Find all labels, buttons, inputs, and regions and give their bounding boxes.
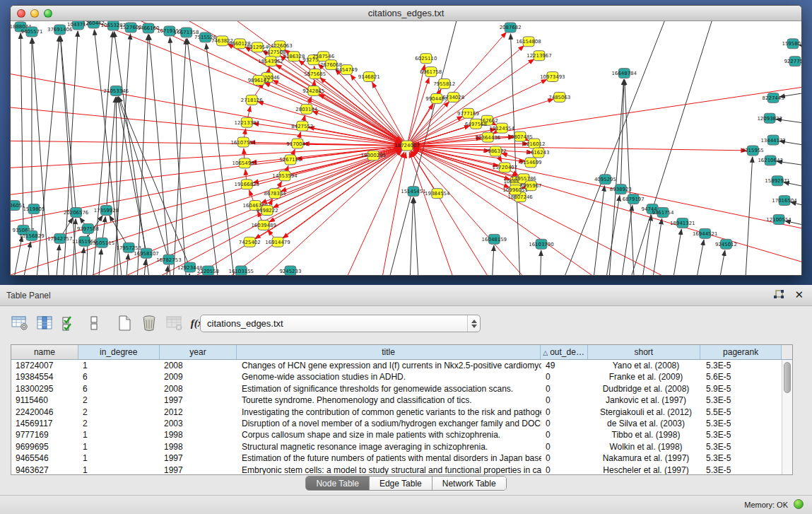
table-row[interactable]: 1456911722003Disruption of a novel membe… [11, 418, 792, 429]
graph-node[interactable]: 16103790 [529, 239, 553, 249]
column-header-out_de[interactable]: △out_de… [541, 345, 588, 359]
graph-node[interactable]: 12213383 [235, 117, 259, 127]
cell[interactable]: 1998 [160, 429, 237, 440]
graph-node[interactable]: 16914479 [265, 237, 290, 247]
graph-edge[interactable] [336, 152, 404, 275]
graph-node[interactable]: 9227754 [784, 57, 801, 66]
cell[interactable]: de Silva et al. (2003) [589, 418, 702, 429]
graph-node[interactable]: 9777169 [457, 108, 479, 118]
cell[interactable]: 1998 [160, 441, 237, 452]
cell[interactable]: 2009 [160, 371, 237, 382]
graph-edge[interactable] [589, 186, 605, 275]
cell[interactable]: Nakamura et al. (1997) [589, 452, 702, 464]
graph-edge[interactable] [413, 198, 419, 275]
graph-node[interactable]: 16944521 [693, 228, 717, 238]
graph-edge[interactable] [153, 21, 401, 142]
graph-node[interactable]: 16210643 [758, 156, 782, 165]
tab-edge-table[interactable]: Edge Table [370, 477, 433, 490]
graph-node[interactable]: 7425402 [239, 237, 261, 247]
graph-node[interactable]: 2087682 [500, 23, 522, 33]
graph-edge[interactable] [712, 250, 725, 275]
cell[interactable]: 0 [541, 371, 589, 382]
graph-node[interactable]: 16782753 [156, 255, 181, 264]
cell[interactable]: Structural magnetic resonance image aver… [237, 441, 541, 452]
graph-node[interactable]: 16154808 [516, 37, 541, 47]
graph-edge[interactable] [490, 245, 494, 275]
graph-node[interactable]: 12100554 [766, 214, 792, 224]
cell[interactable]: 22420046 [11, 407, 78, 418]
graph-node[interactable]: 8215955 [742, 146, 764, 156]
cell[interactable]: Genome-wide association studies in ADHD. [237, 371, 541, 382]
graph-edge[interactable] [688, 240, 704, 275]
graph-edge[interactable] [11, 105, 400, 145]
graph-node[interactable]: 8938923 [610, 185, 632, 194]
delete-table-icon[interactable] [164, 313, 184, 333]
graph-node[interactable]: 7955812 [433, 79, 455, 89]
cell[interactable]: 2 [78, 395, 160, 406]
vertical-scrollbar[interactable] [782, 360, 792, 474]
graph-edge[interactable] [96, 249, 101, 275]
graph-node[interactable]: 5675685 [304, 69, 326, 79]
table-column-icon[interactable] [35, 313, 54, 333]
network-graph-canvas[interactable]: 1872400789129541422606391275081854396281… [11, 21, 801, 275]
cell[interactable]: 5.3E-5 [702, 452, 783, 464]
graph-node[interactable]: 18941321 [670, 218, 695, 228]
cell[interactable]: Disruption of a novel member of a sodium… [237, 418, 541, 429]
table-row[interactable]: 977716911998Corpus callosum shape and si… [11, 429, 792, 440]
cell[interactable]: 18300295 [11, 383, 78, 395]
graph-edge[interactable] [414, 148, 801, 267]
network-view[interactable]: 1872400789129541422606391275081854396281… [11, 21, 801, 275]
cell[interactable]: 5.3E-5 [702, 429, 783, 440]
graph-edge[interactable] [407, 64, 425, 146]
graph-edge[interactable] [188, 274, 189, 275]
tab-network-table[interactable]: Network Table [433, 477, 506, 490]
graph-edge[interactable] [20, 33, 23, 230]
graph-edge[interactable] [511, 34, 522, 275]
cell[interactable]: 1 [78, 429, 160, 440]
network-window-titlebar[interactable]: citations_edges.txt [11, 6, 801, 21]
graph-node[interactable]: 2803144 [295, 104, 318, 114]
graph-edge[interactable] [119, 97, 190, 267]
cell[interactable]: Yano et al. (2008) [589, 360, 702, 371]
cell[interactable]: 5.6E-5 [702, 371, 783, 382]
table-selector-combobox[interactable]: citations_edges.txt [200, 315, 481, 332]
cell[interactable]: 2 [78, 418, 160, 429]
column-header-year[interactable]: year [160, 345, 237, 359]
graph-node[interactable]: 10973493 [540, 72, 565, 82]
cell[interactable]: 1997 [160, 395, 237, 406]
cell[interactable]: Investigating the contribution of common… [237, 407, 541, 418]
cell[interactable]: 1997 [160, 452, 237, 464]
cell[interactable]: Estimation of significance thresholds fo… [237, 383, 541, 395]
graph-edge[interactable] [258, 102, 407, 146]
graph-node[interactable]: 6879197 [623, 194, 645, 204]
cell[interactable]: 2012 [160, 407, 237, 418]
cell[interactable]: 0 [541, 383, 589, 395]
cell[interactable]: Corpus callosum shape and size in male p… [237, 429, 541, 440]
scrollbar-thumb[interactable] [784, 362, 791, 393]
graph-edge[interactable] [320, 78, 407, 146]
cell[interactable]: Tibbo et al. (1998) [589, 429, 702, 440]
cell[interactable]: 9463627 [11, 465, 78, 474]
graph-edge[interactable] [646, 218, 662, 275]
graph-node[interactable]: 9242845 [302, 86, 324, 95]
graph-node[interactable]: 13444132 [760, 135, 785, 145]
graph-edge[interactable] [409, 198, 413, 275]
graph-edge[interactable] [124, 254, 128, 275]
cell[interactable]: 19384554 [11, 371, 78, 382]
cell[interactable]: 9777169 [11, 429, 78, 440]
graph-node[interactable]: 1616243 [527, 148, 549, 158]
cell[interactable]: 49 [541, 360, 589, 371]
cell[interactable]: 5.3E-5 [702, 441, 783, 452]
graph-edge[interactable] [135, 35, 148, 275]
table-settings-icon[interactable] [10, 313, 30, 333]
graph-edge[interactable] [149, 35, 174, 275]
new-document-icon[interactable] [114, 313, 134, 333]
network-window[interactable]: citations_edges.txt 18724007891295414226… [10, 5, 802, 276]
close-panel-icon[interactable]: ✕ [794, 289, 804, 300]
column-header-title[interactable]: title [237, 345, 540, 359]
graph-edge[interactable] [61, 36, 76, 213]
cell[interactable]: 9699695 [11, 441, 78, 452]
graph-edge[interactable] [539, 250, 541, 275]
cell[interactable]: 1997 [160, 465, 237, 474]
graph-edge[interactable] [264, 83, 407, 146]
